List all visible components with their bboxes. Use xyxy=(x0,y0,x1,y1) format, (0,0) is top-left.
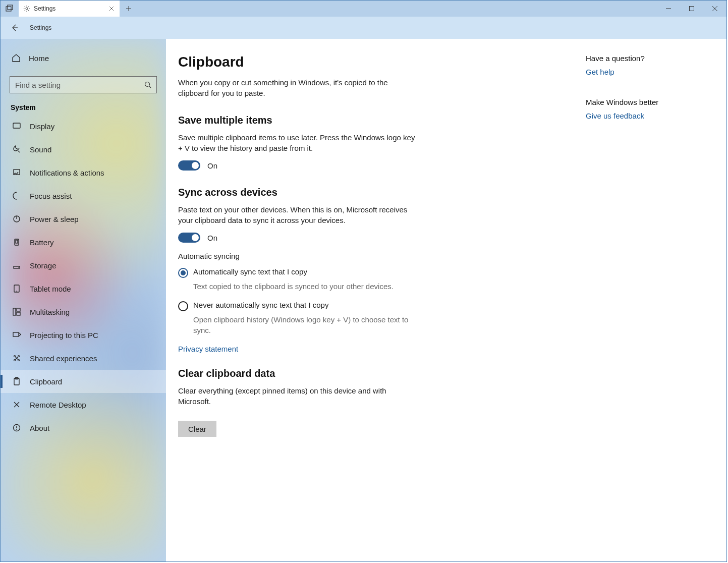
sidebar-item-about[interactable]: About xyxy=(1,416,166,439)
clear-button[interactable]: Clear xyxy=(178,421,216,437)
tab-title: Settings xyxy=(34,5,104,12)
svg-point-13 xyxy=(16,291,17,292)
save-multiple-desc: Save multiple clipboard items to use lat… xyxy=(178,132,415,153)
sidebar-item-label: Battery xyxy=(30,238,54,247)
tablet-mode-icon xyxy=(12,284,22,293)
sidebar-item-clipboard[interactable]: Clipboard xyxy=(1,370,166,393)
maximize-button[interactable] xyxy=(680,1,703,17)
sync-desc: Paste text on your other devices. When t… xyxy=(178,204,415,226)
radio-never-sync[interactable]: Never automatically sync text that I cop… xyxy=(178,301,415,311)
search-icon xyxy=(144,81,151,88)
sidebar: Home System DisplaySoundNotifications & … xyxy=(1,39,166,561)
main-content: Clipboard When you copy or cut something… xyxy=(166,39,726,561)
clipboard-icon xyxy=(12,377,22,386)
svg-point-2 xyxy=(26,8,28,10)
have-question-heading: Have a question? xyxy=(586,54,714,63)
sound-icon xyxy=(12,145,22,154)
sidebar-item-label: Projecting to this PC xyxy=(30,331,98,340)
clear-desc: Clear everything (except pinned items) o… xyxy=(178,385,415,407)
tab-close-button[interactable] xyxy=(107,5,116,13)
sidebar-item-multitasking[interactable]: Multitasking xyxy=(1,300,166,323)
search-input-container[interactable] xyxy=(10,76,157,93)
sidebar-item-label: Sound xyxy=(30,145,51,154)
sync-toggle-label: On xyxy=(207,234,217,242)
radio-never-sync-label: Never automatically sync text that I cop… xyxy=(193,301,328,309)
svg-rect-14 xyxy=(13,308,16,315)
section-header: System xyxy=(1,98,166,115)
power-sleep-icon xyxy=(12,214,22,223)
multitasking-icon xyxy=(12,307,22,316)
sidebar-item-shared-experiences[interactable]: Shared experiences xyxy=(1,347,166,370)
page-title: Clipboard xyxy=(178,54,415,70)
privacy-statement-link[interactable]: Privacy statement xyxy=(178,345,238,353)
notifications-icon xyxy=(12,168,22,177)
sync-toggle[interactable] xyxy=(178,233,200,243)
sidebar-item-tablet-mode[interactable]: Tablet mode xyxy=(1,277,166,300)
svg-rect-17 xyxy=(13,332,19,336)
sidebar-item-label: Storage xyxy=(30,261,57,270)
tab-settings[interactable]: Settings xyxy=(19,1,120,17)
sidebar-item-projecting[interactable]: Projecting to this PC xyxy=(1,323,166,347)
svg-rect-9 xyxy=(16,240,18,243)
storage-icon xyxy=(12,261,22,270)
save-multiple-toggle[interactable] xyxy=(178,160,200,171)
sidebar-item-power-sleep[interactable]: Power & sleep xyxy=(1,207,166,231)
multitask-icon[interactable] xyxy=(1,5,19,13)
about-icon xyxy=(12,423,22,432)
sidebar-item-label: Power & sleep xyxy=(30,215,79,223)
clear-heading: Clear clipboard data xyxy=(178,368,415,379)
remote-desktop-icon xyxy=(12,400,22,409)
settings-icon xyxy=(23,5,31,13)
sidebar-item-label: Shared experiences xyxy=(30,354,97,363)
sidebar-item-label: Focus assist xyxy=(30,192,72,200)
sidebar-item-storage[interactable]: Storage xyxy=(1,254,166,277)
search-input[interactable] xyxy=(15,81,144,89)
get-help-link[interactable]: Get help xyxy=(586,68,614,76)
close-button[interactable] xyxy=(703,1,726,17)
svg-rect-3 xyxy=(690,7,694,11)
shared-experiences-icon xyxy=(12,354,22,363)
display-icon xyxy=(12,122,22,131)
sidebar-item-label: Multitasking xyxy=(30,308,70,316)
titlebar: Settings xyxy=(1,1,726,17)
sidebar-item-remote-desktop[interactable]: Remote Desktop xyxy=(1,393,166,416)
svg-rect-16 xyxy=(17,312,20,315)
home-nav[interactable]: Home xyxy=(1,47,166,69)
sidebar-item-sound[interactable]: Sound xyxy=(1,138,166,161)
radio-auto-sync-desc: Text copied to the clipboard is synced t… xyxy=(193,281,415,292)
minimize-button[interactable] xyxy=(657,1,680,17)
feedback-link[interactable]: Give us feedback xyxy=(586,111,644,120)
radio-auto-sync-label: Automatically sync text that I copy xyxy=(193,267,307,276)
auto-sync-heading: Automatic syncing xyxy=(178,252,415,260)
save-multiple-heading: Save multiple items xyxy=(178,115,415,126)
radio-auto-sync[interactable]: Automatically sync text that I copy xyxy=(178,267,415,278)
svg-rect-1 xyxy=(8,5,13,10)
save-multiple-toggle-label: On xyxy=(207,161,217,170)
right-column: Have a question? Get help Make Windows b… xyxy=(586,54,714,549)
sidebar-item-label: Notifications & actions xyxy=(30,168,104,177)
sidebar-item-label: Tablet mode xyxy=(30,285,71,293)
battery-icon xyxy=(12,238,22,247)
sidebar-item-notifications[interactable]: Notifications & actions xyxy=(1,161,166,184)
new-tab-button[interactable] xyxy=(120,1,138,17)
svg-point-4 xyxy=(145,82,150,87)
radio-never-sync-desc: Open clipboard history (Windows logo key… xyxy=(193,314,415,335)
toolbar: Settings xyxy=(1,17,726,39)
back-button[interactable] xyxy=(5,17,25,39)
toolbar-title: Settings xyxy=(30,24,51,31)
intro-text: When you copy or cut something in Window… xyxy=(178,77,410,98)
svg-rect-0 xyxy=(6,7,11,11)
sidebar-item-label: Clipboard xyxy=(30,377,62,386)
home-label: Home xyxy=(29,54,49,63)
radio-button-icon xyxy=(178,301,188,311)
focus-assist-icon xyxy=(12,191,22,200)
sidebar-item-label: Display xyxy=(30,122,54,131)
sidebar-item-display[interactable]: Display xyxy=(1,115,166,138)
svg-point-11 xyxy=(18,267,19,268)
sidebar-item-battery[interactable]: Battery xyxy=(1,231,166,254)
sidebar-item-label: Remote Desktop xyxy=(30,401,86,409)
projecting-icon xyxy=(12,330,22,340)
svg-rect-15 xyxy=(17,308,20,311)
sync-heading: Sync across devices xyxy=(178,187,415,198)
sidebar-item-focus-assist[interactable]: Focus assist xyxy=(1,184,166,207)
